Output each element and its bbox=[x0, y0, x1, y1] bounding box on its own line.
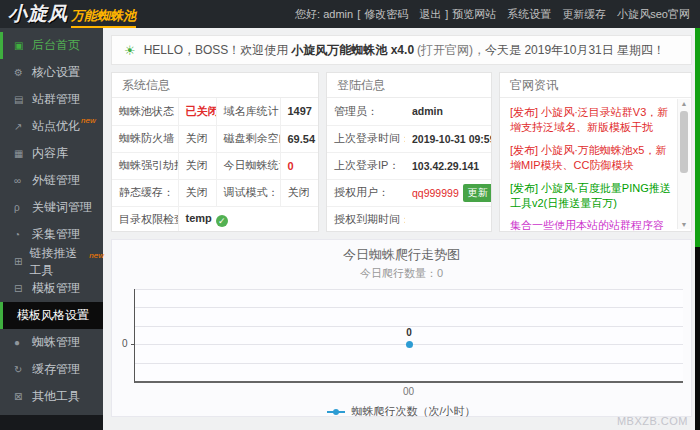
sidebar-item-label: 模板管理 bbox=[32, 280, 80, 297]
label-cell: 蜘蛛防火墙： bbox=[112, 125, 178, 152]
app-window: 小旋风 万能蜘蛛池 您好: admin [ 修改密码 退出 ] 预览网站 系统设… bbox=[0, 0, 700, 430]
check-icon: ✓ bbox=[216, 215, 228, 227]
sidebar-item-label: 关键词管理 bbox=[32, 199, 92, 216]
label-cell: 上次登录时间： bbox=[327, 125, 405, 152]
scroll-down-icon[interactable]: ▼ bbox=[678, 221, 690, 228]
admin-name: admin bbox=[412, 105, 443, 117]
spider-icon: ● bbox=[14, 337, 28, 348]
system-settings-link[interactable]: 系统设置 bbox=[507, 7, 551, 22]
data-point[interactable] bbox=[406, 341, 413, 348]
last-login-ip: 103.42.29.141 bbox=[412, 160, 479, 172]
news-panel: 官网资讯 [发布] 小旋风·泛目录站群V3，新增支持泛域名、新版模板干扰 [发布… bbox=[499, 72, 692, 232]
label-cell: 今日蜘蛛统计： bbox=[216, 152, 280, 179]
value-cell: 关闭 bbox=[178, 179, 216, 206]
gridline bbox=[135, 289, 683, 290]
sidebar-item-cache-manage[interactable]: ↻ 缓存管理 bbox=[0, 356, 103, 383]
label-cell: 蜘蛛池状态： bbox=[112, 98, 178, 125]
sidebar-item-content-library[interactable]: ▦ 内容库 bbox=[0, 140, 103, 167]
news-scrollbar[interactable]: ▲ ▼ bbox=[677, 99, 690, 229]
news-list: [发布] 小旋风·泛目录站群V3，新增支持泛域名、新版模板干扰 [发布] 小旋风… bbox=[500, 98, 691, 232]
gear-icon: ⚙ bbox=[14, 67, 28, 78]
sidebar-item-label: 模板风格设置 bbox=[17, 307, 89, 324]
y-axis-label: 0 bbox=[122, 338, 128, 349]
open-official-site-link[interactable]: (打开官网)， bbox=[417, 42, 485, 59]
value-cell: 已关闭 bbox=[178, 98, 216, 125]
logout-link[interactable]: 退出 bbox=[419, 7, 441, 22]
table-row: 授权用户： qq999999更新 bbox=[327, 179, 491, 206]
firewall-status: 关闭 bbox=[186, 132, 208, 144]
welcome-date: 今天是 2019年10月31日 星期四！ bbox=[485, 42, 665, 59]
sidebar-item-spider-manage[interactable]: ● 蜘蛛管理 bbox=[0, 329, 103, 356]
value-cell: 关闭 bbox=[178, 152, 216, 179]
legend-label: 蜘蛛爬行次数（次/小时） bbox=[351, 404, 475, 419]
licensed-user: qq999999 bbox=[412, 187, 459, 199]
official-site-link[interactable]: 小旋风seo官网 bbox=[617, 7, 690, 22]
page-scrollbar-thumb[interactable] bbox=[695, 28, 700, 247]
news-item[interactable]: 集合一些使用本站的站群程序容易出现的问题和解决方法 bbox=[510, 218, 673, 232]
value-cell: 69.54 GB bbox=[280, 125, 318, 152]
login-info-title: 登陆信息 bbox=[327, 73, 491, 98]
sidebar-item-link-push[interactable]: ⊞ 链接推送工具 new bbox=[0, 248, 103, 275]
label-cell: 磁盘剩余空间： bbox=[216, 125, 280, 152]
hijack-status: 关闭 bbox=[186, 159, 208, 171]
table-row: 蜘蛛强引劫持： 关闭 今日蜘蛛统计： 0 bbox=[112, 152, 318, 179]
preview-site-link[interactable]: 预览网站 bbox=[452, 7, 496, 22]
news-item[interactable]: [发布] 小旋风·万能蜘蛛池x5，新增MIP模块、CC防御模块 bbox=[510, 143, 673, 174]
push-icon: ⊞ bbox=[14, 256, 25, 267]
value-cell: 0 bbox=[280, 152, 318, 179]
change-password-link[interactable]: 修改密码 bbox=[364, 7, 408, 22]
tools-icon: ⊠ bbox=[14, 391, 28, 402]
sidebar-item-label: 链接推送工具 bbox=[29, 245, 88, 279]
disk-space: 69.54 GB bbox=[288, 133, 319, 145]
scrollbar-thumb[interactable] bbox=[680, 111, 688, 173]
system-info-title: 系统信息 bbox=[112, 73, 318, 98]
last-login-time: 2019-10-31 09:59 bbox=[412, 133, 491, 145]
value-cell: admin bbox=[405, 98, 491, 125]
news-item[interactable]: [发布] 小旋风·泛目录站群V3，新增支持泛域名、新版模板干扰 bbox=[510, 105, 673, 136]
news-item[interactable]: [发布] 小旋风·百度批量PING推送工具v2(日推送量百万) bbox=[510, 181, 673, 212]
table-row: 静态缓存： 关闭 调试模式： 关闭 bbox=[112, 179, 318, 206]
info-panels: 系统信息 蜘蛛池状态： 已关闭 域名库统计： 1497 蜘蛛防火墙： 关闭 磁盘… bbox=[111, 72, 692, 232]
perm-check-dir: temp bbox=[186, 212, 212, 224]
sidebar-item-dashboard[interactable]: ▣ 后台首页 bbox=[0, 32, 103, 59]
sidebar-item-core-settings[interactable]: ⚙ 核心设置 bbox=[0, 59, 103, 86]
label-cell: 静态缓存： bbox=[112, 179, 178, 206]
sidebar-item-templates[interactable]: ⊟ 模板管理 bbox=[0, 275, 103, 302]
sidebar-item-site-optimize[interactable]: ↗ 站点优化 new bbox=[0, 113, 103, 140]
label-cell: 调试模式： bbox=[216, 179, 280, 206]
sidebar-item-label: 其他工具 bbox=[32, 388, 80, 405]
debug-mode-status: 关闭 bbox=[288, 186, 310, 198]
key-icon: ρ bbox=[14, 202, 28, 213]
login-info-table: 管理员： admin 上次登录时间： 2019-10-31 09:59 上次登录… bbox=[327, 98, 491, 232]
news-title: 官网资讯 bbox=[500, 73, 691, 98]
sidebar-item-external-links[interactable]: ∞ 外链管理 bbox=[0, 167, 103, 194]
top-header: 小旋风 万能蜘蛛池 您好: admin [ 修改密码 退出 ] 预览网站 系统设… bbox=[0, 0, 700, 28]
label-cell: 目录权限检查： bbox=[112, 206, 178, 232]
chart-subtitle: 今日爬行数量：0 bbox=[112, 266, 691, 281]
system-info-panel: 系统信息 蜘蛛池状态： 已关闭 域名库统计： 1497 蜘蛛防火墙： 关闭 磁盘… bbox=[111, 72, 319, 232]
greeting-text: 您好: admin bbox=[295, 7, 353, 22]
sidebar: ▣ 后台首页 ⚙ 核心设置 ▤ 站群管理 ↗ 站点优化 new ▦ 内容库 ∞ … bbox=[0, 28, 103, 430]
sidebar-item-template-style[interactable]: 模板风格设置 bbox=[0, 302, 103, 329]
table-row: 上次登录时间： 2019-10-31 09:59 bbox=[327, 125, 491, 152]
sidebar-item-other-tools[interactable]: ⊠ 其他工具 bbox=[0, 383, 103, 410]
sidebar-item-keywords[interactable]: ρ 关键词管理 bbox=[0, 194, 103, 221]
value-cell: 关闭 bbox=[178, 125, 216, 152]
scroll-up-icon[interactable]: ▲ bbox=[678, 100, 690, 107]
new-badge: new bbox=[81, 116, 96, 125]
product-name: 小旋风万能蜘蛛池 x4.0 bbox=[291, 42, 414, 59]
header-nav: 您好: admin [ 修改密码 退出 ] 预览网站 系统设置 更新缓存 小旋风… bbox=[295, 7, 690, 22]
update-license-button[interactable]: 更新 bbox=[463, 184, 491, 202]
domain-count: 1497 bbox=[288, 105, 312, 117]
update-cache-link[interactable]: 更新缓存 bbox=[562, 7, 606, 22]
welcome-bar: ☀ HELLO，BOSS！欢迎使用 小旋风万能蜘蛛池 x4.0 (打开官网)， … bbox=[111, 35, 692, 65]
sidebar-item-site-group[interactable]: ▤ 站群管理 bbox=[0, 86, 103, 113]
logo-primary-text: 小旋风 bbox=[8, 1, 68, 27]
value-cell: 1497 bbox=[280, 98, 318, 125]
chart-legend[interactable]: 蜘蛛爬行次数（次/小时） bbox=[112, 404, 691, 419]
main-content: ☀ HELLO，BOSS！欢迎使用 小旋风万能蜘蛛池 x4.0 (打开官网)， … bbox=[103, 28, 700, 430]
page-scrollbar-track[interactable] bbox=[695, 247, 700, 430]
chart-plot-area: 0 0 bbox=[134, 289, 683, 383]
sidebar-item-label: 站点优化 bbox=[32, 118, 80, 135]
sidebar-item-label: 缓存管理 bbox=[32, 361, 80, 378]
